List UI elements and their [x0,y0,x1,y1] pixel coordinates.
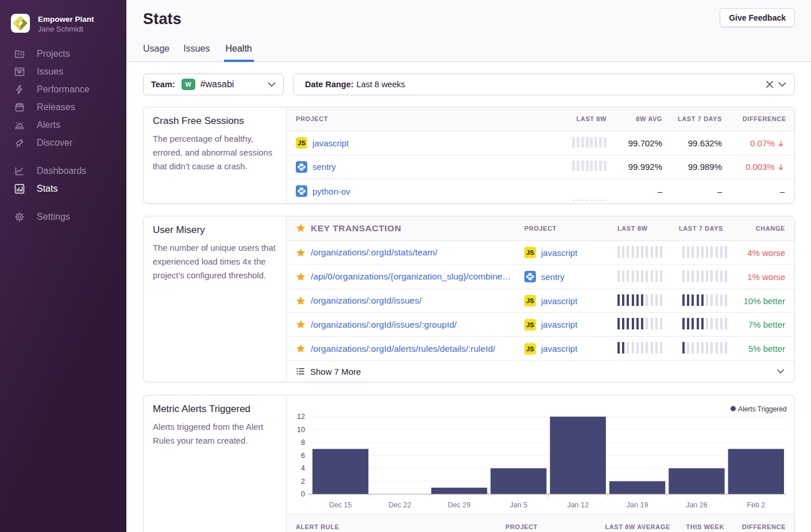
svg-text:Jan 26: Jan 26 [686,501,708,509]
svg-text:12: 12 [297,413,305,421]
svg-text:2: 2 [301,477,305,486]
svg-text:6: 6 [301,452,305,460]
svg-text:Alerts Triggered: Alerts Triggered [738,405,787,413]
svg-text:8: 8 [301,438,305,446]
svg-text:0: 0 [301,490,305,498]
svg-text:Jan 12: Jan 12 [567,501,589,509]
svg-text:Dec 29: Dec 29 [448,501,471,509]
svg-text:Jan 19: Jan 19 [627,501,648,509]
svg-text:Dec 15: Dec 15 [329,501,352,509]
svg-text:Jan 5: Jan 5 [510,501,528,509]
svg-text:Feb 2: Feb 2 [747,501,765,509]
svg-text:Dec 22: Dec 22 [388,501,411,509]
svg-text:10: 10 [297,426,305,434]
svg-text:4: 4 [301,464,305,472]
